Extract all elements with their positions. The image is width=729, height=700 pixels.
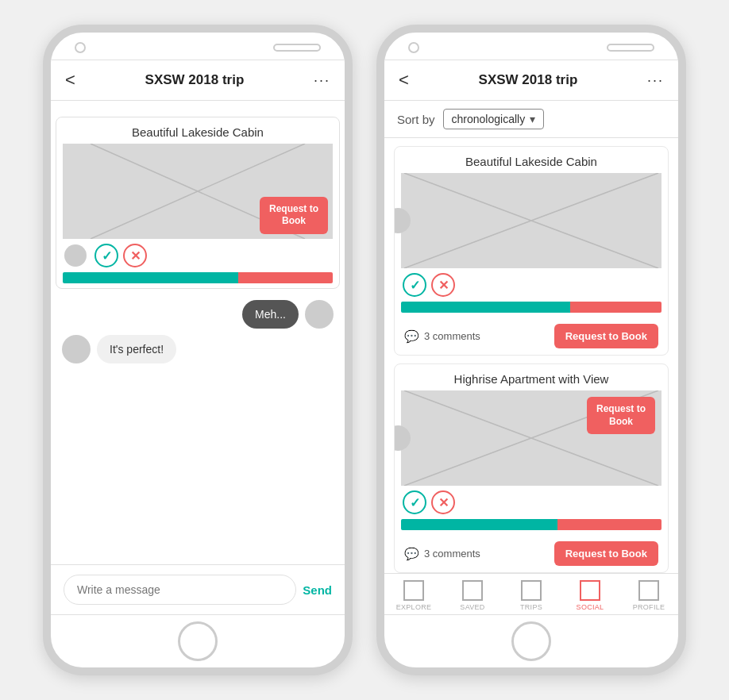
request-book-btn-overlay[interactable]: Request toBook: [587, 397, 655, 434]
card-2-vote-row: ✓ ✕: [395, 486, 668, 519]
right-phone: < SXSW 2018 trip ··· Sort by chronologic…: [376, 25, 686, 675]
tab-saved[interactable]: SAVED: [443, 580, 502, 611]
comments-label: 💬 3 comments: [404, 547, 480, 561]
vote-bar-yes: [401, 302, 570, 313]
phone-pill: [273, 44, 321, 52]
chat-bubble-meh: Meh...: [242, 300, 299, 329]
comments-count: 3 comments: [424, 330, 480, 342]
chat-message-row: Meh...: [51, 297, 345, 332]
vote-x-btn[interactable]: ✕: [123, 244, 147, 267]
vote-bar: [63, 272, 333, 283]
card-2-image-wrapper: Request toBook: [401, 390, 662, 486]
tab-saved-label: SAVED: [460, 603, 484, 611]
tab-trips-label: TRIPS: [520, 603, 542, 611]
more-button[interactable]: ···: [647, 72, 664, 89]
trips-icon: [521, 580, 542, 601]
card-title: Beautiful Lakeside Cabin: [56, 117, 339, 144]
phone-circle: [408, 42, 419, 53]
tab-explore[interactable]: EXPLORE: [384, 580, 443, 611]
tab-profile-label: PROFILE: [633, 603, 665, 611]
more-button[interactable]: ···: [314, 72, 330, 89]
vote-x-btn[interactable]: ✕: [431, 490, 455, 514]
chat-message-row: It's perfect!: [51, 332, 345, 367]
card-1-image-wrapper: [401, 173, 662, 268]
card-1-footer: 💬 3 comments Request to Book: [395, 317, 668, 355]
cards-scroll-area: Beautiful Lakeside Cabin ✓ ✕: [384, 138, 678, 573]
explore-icon: [403, 580, 424, 601]
comment-icon: 💬: [404, 547, 419, 561]
left-phone: < SXSW 2018 trip ··· Beautiful Lakeside …: [43, 25, 353, 675]
phone-pill: [607, 44, 654, 52]
vote-bar-no: [570, 302, 662, 313]
back-button[interactable]: <: [65, 70, 75, 90]
sort-dropdown[interactable]: chronologically ▾: [443, 109, 545, 129]
chat-bubble-perfect: It's perfect!: [97, 335, 176, 363]
request-book-btn[interactable]: Request to Book: [554, 324, 658, 348]
nav-title: SXSW 2018 trip: [145, 72, 245, 88]
phone-home-button[interactable]: [178, 621, 218, 661]
phone-home-button[interactable]: [511, 621, 551, 661]
comment-icon: 💬: [404, 329, 419, 344]
send-button[interactable]: Send: [303, 583, 332, 597]
request-book-btn[interactable]: Request to Book: [554, 541, 658, 566]
listing-card-1: Beautiful Lakeside Cabin ✓ ✕: [394, 146, 669, 356]
vote-check-btn[interactable]: ✓: [403, 273, 426, 297]
message-input-bar: Send: [51, 564, 345, 614]
nav-title: SXSW 2018 trip: [479, 72, 578, 88]
comments-count: 3 comments: [424, 548, 480, 560]
sort-label: Sort by: [397, 113, 435, 126]
tab-trips[interactable]: TRIPS: [502, 580, 561, 611]
message-input[interactable]: [64, 575, 296, 605]
card-2-image: Request toBook: [401, 390, 662, 486]
listing-card-chat: Beautiful Lakeside Cabin Request toBook: [56, 117, 340, 289]
avatar: [305, 300, 334, 329]
back-button[interactable]: <: [399, 70, 409, 90]
vote-check-btn[interactable]: ✓: [94, 244, 118, 267]
comments-label: 💬 3 comments: [404, 329, 480, 344]
right-nav-bar: < SXSW 2018 trip ···: [384, 60, 678, 101]
sort-value: chronologically: [452, 113, 526, 125]
tab-profile[interactable]: PROFILE: [619, 580, 678, 611]
card-2-title: Highrise Apartment with View: [395, 364, 668, 390]
vote-check-btn[interactable]: ✓: [403, 490, 426, 514]
saved-icon: [462, 580, 483, 601]
phone-hardware-top: [384, 33, 678, 60]
vote-x-btn[interactable]: ✕: [431, 273, 455, 297]
card-1-vote-row: ✓ ✕: [395, 268, 668, 302]
vote-row: ✓ ✕: [56, 239, 339, 272]
tab-bar: EXPLORE SAVED TRIPS SOCIAL PROFILE: [384, 573, 678, 614]
left-screen: < SXSW 2018 trip ··· Beautiful Lakeside …: [51, 60, 345, 615]
card-1-title: Beautiful Lakeside Cabin: [395, 147, 668, 173]
avatar: [64, 244, 87, 267]
chevron-down-icon: ▾: [530, 113, 535, 125]
social-icon: [580, 580, 600, 601]
card-image: Request toBook: [63, 144, 333, 239]
tab-explore-label: EXPLORE: [396, 603, 432, 611]
phone-circle: [75, 42, 86, 53]
sort-bar: Sort by chronologically ▾: [384, 101, 678, 138]
request-book-btn-card[interactable]: Request toBook: [260, 197, 328, 234]
left-nav-bar: < SXSW 2018 trip ···: [51, 60, 345, 101]
listing-card-2: Highrise Apartment with View Request toB…: [394, 363, 669, 573]
card-1-vote-bar: [401, 302, 662, 313]
card-2-vote-bar: [401, 519, 662, 530]
vote-bar-no: [238, 272, 333, 283]
vote-bar-no: [557, 519, 662, 530]
vote-bar-yes: [401, 519, 557, 530]
tab-social-label: SOCIAL: [577, 603, 604, 611]
card-2-footer: 💬 3 comments Request to Book: [395, 535, 668, 572]
profile-icon: [638, 580, 659, 601]
avatar: [62, 335, 91, 363]
card-1-image: [401, 173, 662, 268]
tab-social[interactable]: SOCIAL: [561, 580, 619, 611]
phone-hardware-top: [51, 33, 345, 60]
right-screen: < SXSW 2018 trip ··· Sort by chronologic…: [384, 60, 678, 615]
vote-bar-yes: [63, 272, 238, 283]
chat-area: Beautiful Lakeside Cabin Request toBook: [51, 101, 345, 564]
